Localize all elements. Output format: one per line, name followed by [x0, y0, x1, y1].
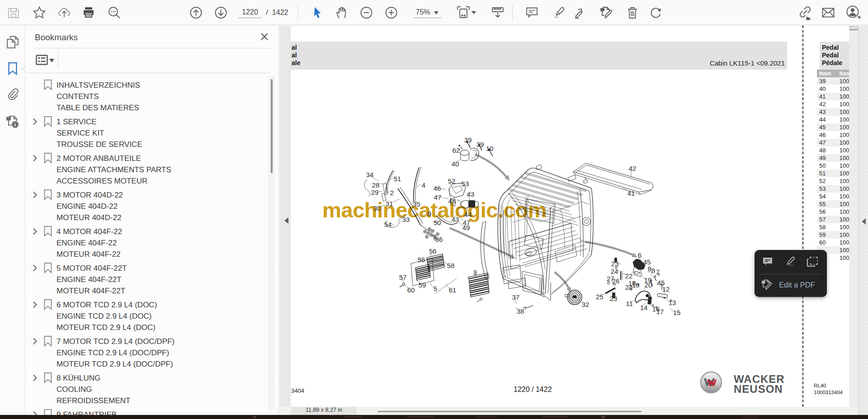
svg-text:33: 33	[402, 216, 410, 223]
svg-text:38: 38	[517, 307, 524, 315]
svg-text:43: 43	[467, 190, 475, 198]
svg-text:60: 60	[407, 286, 415, 294]
svg-text:50: 50	[434, 219, 441, 226]
svg-text:13: 13	[669, 299, 676, 306]
svg-text:17: 17	[656, 308, 664, 315]
svg-text:56: 56	[429, 247, 437, 255]
svg-text:52: 52	[448, 177, 456, 185]
svg-text:11: 11	[626, 300, 633, 307]
svg-text:55: 55	[418, 256, 425, 264]
svg-text:39: 39	[464, 136, 472, 144]
svg-text:41: 41	[627, 189, 635, 197]
svg-text:24: 24	[625, 283, 633, 291]
svg-text:36: 36	[435, 235, 443, 243]
svg-text:20: 20	[645, 281, 652, 289]
svg-text:25: 25	[596, 293, 604, 301]
svg-text:22: 22	[625, 272, 633, 280]
svg-text:29: 29	[371, 188, 379, 196]
svg-text:24: 24	[611, 268, 618, 275]
svg-text:57: 57	[399, 273, 407, 281]
svg-text:16: 16	[632, 281, 640, 289]
svg-text:10: 10	[486, 145, 494, 152]
svg-text:58: 58	[447, 262, 455, 269]
svg-text:35: 35	[413, 200, 420, 208]
svg-text:12: 12	[662, 285, 670, 293]
svg-text:28: 28	[372, 181, 380, 189]
svg-text:32: 32	[582, 301, 590, 308]
svg-text:43: 43	[452, 216, 459, 223]
svg-text:14: 14	[640, 304, 648, 311]
svg-text:39: 39	[476, 141, 484, 148]
svg-text:47: 47	[434, 193, 442, 201]
svg-text:44: 44	[464, 211, 472, 218]
svg-text:31: 31	[386, 200, 393, 207]
svg-text:59: 59	[419, 281, 426, 289]
svg-text:8: 8	[651, 267, 655, 274]
svg-text:5: 5	[434, 285, 437, 292]
svg-text:7: 7	[656, 268, 660, 276]
svg-text:30: 30	[373, 204, 381, 212]
svg-text:6: 6	[638, 251, 642, 259]
svg-text:51: 51	[394, 175, 401, 183]
svg-text:3: 3	[473, 268, 477, 276]
svg-text:23: 23	[611, 260, 619, 268]
svg-text:54: 54	[384, 221, 392, 228]
svg-text:48: 48	[448, 197, 456, 205]
svg-text:61: 61	[449, 286, 457, 294]
svg-text:34: 34	[366, 171, 374, 179]
svg-text:2: 2	[390, 189, 394, 197]
svg-text:53: 53	[462, 180, 469, 188]
svg-text:42: 42	[629, 165, 637, 172]
svg-text:46: 46	[434, 184, 441, 192]
svg-text:49: 49	[462, 224, 470, 231]
svg-text:62: 62	[453, 146, 460, 154]
svg-text:26: 26	[612, 277, 620, 285]
svg-text:40: 40	[452, 160, 459, 168]
svg-text:9: 9	[428, 210, 431, 217]
svg-text:23: 23	[610, 295, 618, 302]
svg-text:15: 15	[673, 309, 681, 316]
svg-text:37: 37	[512, 293, 520, 301]
svg-text:4: 4	[422, 181, 425, 189]
